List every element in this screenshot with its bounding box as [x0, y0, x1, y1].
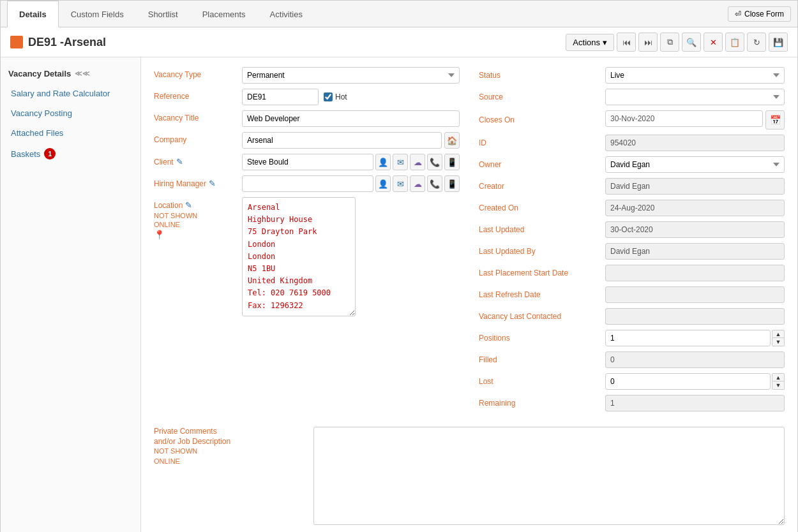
hot-checkbox[interactable] — [324, 92, 333, 101]
company-home-icon[interactable]: 🏠 — [444, 132, 460, 149]
tab-details[interactable]: Details — [7, 1, 59, 27]
last-record-button[interactable]: ⏭ — [638, 33, 658, 52]
last-placement-row: Last Placement Start Date — [479, 265, 785, 281]
record-type-icon — [10, 36, 23, 48]
client-network-icon[interactable]: ☁ — [410, 154, 425, 170]
tab-placements[interactable]: Placements — [190, 1, 258, 27]
positions-spinner: ▲ ▼ — [772, 330, 785, 346]
source-select[interactable] — [605, 89, 785, 105]
hiring-person-icon[interactable]: 👤 — [375, 175, 391, 192]
last-placement-input[interactable] — [605, 265, 785, 281]
client-email-icon[interactable]: ✉ — [393, 154, 408, 170]
header-actions: Actions ▾ ⏮ ⏭ ⧉ 🔍 ✕ 📋 ↻ 💾 — [566, 33, 788, 52]
remaining-label: Remaining — [479, 399, 600, 408]
actions-dropdown-icon: ▾ — [603, 38, 607, 47]
lost-down-button[interactable]: ▼ — [772, 381, 785, 390]
last-refresh-row: Last Refresh Date — [479, 286, 785, 303]
client-person-icon[interactable]: 👤 — [375, 154, 391, 170]
save-button[interactable]: 💾 — [769, 33, 788, 52]
location-label: Location — [154, 201, 183, 211]
reference-row: Reference Hot — [154, 89, 460, 105]
left-form-col: Vacancy Type Permanent Reference — [154, 67, 460, 417]
location-online: ONLINE — [154, 220, 237, 229]
duplicate-button[interactable]: 📋 — [725, 33, 744, 52]
company-input[interactable] — [242, 132, 442, 149]
positions-down-button[interactable]: ▼ — [772, 338, 785, 346]
last-refresh-label: Last Refresh Date — [479, 290, 600, 299]
hiring-phone-icon[interactable]: 📞 — [427, 175, 442, 192]
location-map-icon[interactable]: 📍 — [154, 230, 165, 240]
vacancy-type-control: Permanent — [242, 67, 460, 84]
closes-on-calendar-icon[interactable]: 📅 — [765, 110, 785, 129]
id-label: ID — [479, 138, 600, 147]
hiring-network-icon[interactable]: ☁ — [410, 175, 425, 192]
delete-button[interactable]: ✕ — [704, 33, 723, 52]
comments-textarea[interactable] — [313, 427, 785, 525]
basket-count-badge: 1 — [44, 148, 56, 159]
client-input[interactable] — [242, 154, 373, 170]
vacancy-title-control — [242, 110, 460, 127]
company-control: 🏠 — [242, 132, 460, 149]
comments-label: Private Comments and/or Job Description … — [154, 427, 237, 466]
collapse-icon[interactable]: ≪≪ — [75, 70, 90, 78]
hiring-mobile-icon[interactable]: 📱 — [444, 175, 460, 192]
hiring-manager-label: Hiring Manager — [154, 179, 206, 189]
close-form-button[interactable]: ⏎ Close Form — [728, 6, 791, 22]
source-label: Source — [479, 92, 600, 101]
creator-label: Creator — [479, 182, 600, 191]
sidebar: Vacancy Details ≪≪ Salary and Rate Calcu… — [1, 57, 141, 532]
closes-on-row: Closes On 📅 — [479, 110, 785, 129]
hiring-manager-input[interactable] — [242, 175, 373, 192]
vacancy-type-label: Vacancy Type — [154, 67, 237, 80]
owner-select[interactable]: David Egan — [605, 156, 785, 173]
last-updated-by-label: Last Updated By — [479, 247, 600, 256]
client-mobile-icon[interactable]: 📱 — [444, 154, 460, 170]
comments-online: ONLINE — [154, 457, 180, 465]
copy-button[interactable]: ⧉ — [660, 33, 679, 52]
location-edit-icon[interactable]: ✎ — [185, 200, 192, 211]
lost-input[interactable] — [605, 373, 771, 390]
last-updated-by-input — [605, 243, 785, 260]
last-refresh-input[interactable] — [605, 286, 785, 303]
positions-up-button[interactable]: ▲ — [772, 330, 785, 338]
vacancy-type-select[interactable]: Permanent — [242, 67, 460, 84]
first-record-button[interactable]: ⏮ — [617, 33, 636, 52]
vacancy-last-contacted-input[interactable] — [605, 308, 785, 325]
header-row: DE91 -Arsenal Actions ▾ ⏮ ⏭ ⧉ 🔍 ✕ 📋 ↻ 💾 — [1, 27, 797, 57]
sidebar-item-baskets[interactable]: Baskets 1 — [1, 143, 140, 165]
tab-activities[interactable]: Activities — [258, 1, 315, 27]
refresh-button[interactable]: ↻ — [747, 33, 766, 52]
lost-up-button[interactable]: ▲ — [772, 373, 785, 381]
sidebar-item-salary[interactable]: Salary and Rate Calculator — [1, 84, 140, 103]
vacancy-title-input[interactable] — [242, 110, 460, 127]
closes-on-input[interactable] — [605, 110, 763, 127]
comments-not-shown: NOT SHOWN — [154, 447, 197, 455]
vacancy-last-contacted-label: Vacancy Last Contacted — [479, 312, 600, 321]
positions-input[interactable] — [605, 330, 771, 346]
actions-button[interactable]: Actions ▾ — [566, 34, 614, 51]
hiring-manager-row: Hiring Manager ✎ 👤 ✉ ☁ 📞 📱 — [154, 175, 460, 192]
search-button[interactable]: 🔍 — [682, 33, 701, 52]
reference-input[interactable] — [242, 89, 319, 105]
hiring-email-icon[interactable]: ✉ — [393, 175, 408, 192]
sidebar-item-files[interactable]: Attached Files — [1, 123, 140, 143]
company-label: Company — [154, 132, 237, 145]
location-textarea[interactable]: Arsenal Highbury House 75 Drayton Park L… — [242, 197, 356, 316]
company-row: Company 🏠 — [154, 132, 460, 149]
status-select[interactable]: Live — [605, 67, 785, 84]
client-phone-icon[interactable]: 📞 — [427, 154, 442, 170]
last-updated-row: Last Updated — [479, 221, 785, 238]
tab-shortlist[interactable]: Shortlist — [136, 1, 190, 27]
filled-input — [605, 351, 785, 368]
sidebar-section-header: Vacancy Details ≪≪ — [1, 64, 140, 84]
filled-label: Filled — [479, 355, 600, 364]
id-input — [605, 135, 785, 151]
sidebar-item-posting[interactable]: Vacancy Posting — [1, 103, 140, 123]
hiring-manager-edit-icon[interactable]: ✎ — [209, 179, 216, 189]
filled-row: Filled — [479, 351, 785, 368]
client-row: Client ✎ 👤 ✉ ☁ 📞 📱 — [154, 154, 460, 170]
owner-label: Owner — [479, 160, 600, 169]
client-edit-icon[interactable]: ✎ — [176, 157, 183, 168]
hot-label: Hot — [335, 92, 347, 101]
tab-custom-fields[interactable]: Custom Fields — [59, 1, 136, 27]
